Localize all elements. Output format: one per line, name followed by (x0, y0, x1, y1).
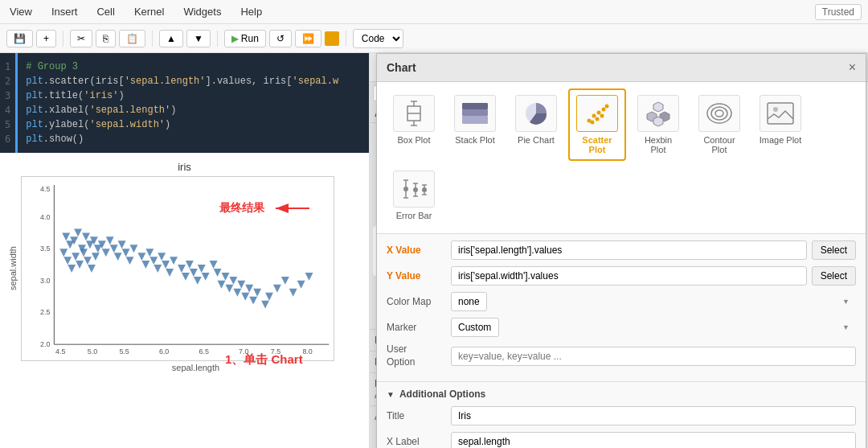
svg-marker-68 (289, 289, 297, 297)
svg-marker-69 (297, 281, 305, 289)
svg-marker-31 (114, 253, 122, 261)
menu-kernel[interactable]: Kernel (131, 6, 168, 18)
y-value-label: Y Value (387, 270, 451, 282)
svg-rect-97 (462, 103, 488, 109)
code-line-2: plt.scatter(iris['sepal.length'].values,… (26, 74, 361, 88)
svg-marker-64 (261, 301, 269, 309)
line-numbers: 1 2 3 4 5 6 (0, 53, 18, 153)
svg-marker-28 (106, 236, 114, 245)
svg-point-113 (715, 110, 723, 117)
svg-marker-65 (265, 293, 273, 301)
code-content[interactable]: # Group 3 plt.scatter(iris['sepal.length… (18, 53, 369, 153)
svg-text:4.5: 4.5 (40, 185, 50, 193)
trusted-badge: Trusted (815, 4, 862, 20)
fast-forward-button[interactable]: ⏩ (295, 30, 321, 47)
line-num-3: 3 (5, 88, 10, 103)
cut-button[interactable]: ✂ (70, 30, 92, 47)
x-value-select-button[interactable]: Select (812, 240, 856, 260)
result-annotation: 最终结果 (219, 201, 317, 216)
svg-marker-40 (154, 265, 162, 273)
toolbar-separator-2 (152, 31, 153, 47)
chart-type-image-plot[interactable]: Image Plot (751, 88, 809, 161)
error-bar-icon (393, 171, 435, 208)
chart-type-stack-plot[interactable]: Stack Plot (446, 88, 504, 161)
paste-button[interactable]: 📋 (119, 30, 145, 47)
menu-view[interactable]: View (6, 6, 35, 18)
result-text: 最终结果 (219, 201, 264, 216)
image-plot-label: Image Plot (760, 135, 802, 145)
stack-plot-label: Stack Plot (455, 135, 495, 145)
additional-options-label: Additional Options (399, 388, 485, 400)
marker-label: Marker (387, 322, 451, 333)
error-bar-label: Error Bar (396, 211, 432, 220)
y-value-select-button[interactable]: Select (812, 266, 856, 286)
user-option-input[interactable] (451, 347, 856, 366)
dialog-title: Chart (387, 61, 416, 74)
y-axis-label: sepal.width (8, 246, 18, 290)
cell-type-select[interactable]: Code (353, 29, 403, 48)
chart-type-pie-chart[interactable]: Pie Chart (507, 88, 565, 161)
svg-marker-35 (130, 245, 138, 253)
line-num-6: 6 (5, 132, 10, 146)
menu-insert[interactable]: Insert (48, 6, 81, 18)
stop-button[interactable] (325, 31, 339, 46)
svg-point-104 (602, 108, 606, 112)
chart-type-scatter-plot[interactable]: Scatter Plot (568, 88, 626, 161)
svg-text:8.0: 8.0 (302, 347, 312, 356)
svg-marker-49 (194, 277, 202, 285)
menu-help[interactable]: Help (237, 6, 265, 18)
move-up-button[interactable]: ▲ (159, 30, 183, 47)
dialog-close-button[interactable]: × (849, 60, 856, 75)
move-down-button[interactable]: ▼ (186, 30, 211, 47)
menu-cell[interactable]: Cell (93, 6, 117, 18)
code-line-5: plt.ylabel('sepal.width') (26, 117, 361, 132)
add-cell-button[interactable]: + (36, 30, 56, 47)
form-section: X Value Select Y Value Select Color Map … (377, 234, 866, 381)
svg-marker-34 (126, 257, 134, 265)
line-num-1: 1 (5, 60, 10, 74)
color-map-select[interactable]: none (451, 292, 487, 311)
additional-toggle[interactable]: ▼ Additional Options (387, 388, 856, 400)
scatter-plot-icon (576, 95, 618, 132)
chart-type-contour-plot[interactable]: Contour Plot (690, 88, 748, 161)
y-value-input[interactable] (451, 266, 807, 286)
chart-type-box-plot[interactable]: Box Plot (385, 88, 443, 161)
svg-point-105 (600, 114, 604, 118)
hexbin-plot-label: Hexbin Plot (636, 135, 681, 154)
x-label-input[interactable] (451, 432, 856, 448)
svg-marker-39 (149, 257, 158, 265)
box-plot-label: Box Plot (398, 135, 431, 145)
svg-marker-76 (84, 257, 92, 265)
copy-button[interactable]: ⎘ (96, 30, 116, 47)
plot-area: iris sepal.width 2.0 2.5 3.0 (0, 153, 369, 380)
marker-select[interactable]: Custom (451, 318, 499, 337)
user-option-label: UserOption (387, 343, 451, 368)
svg-marker-72 (68, 265, 76, 273)
arrow-svg (269, 201, 317, 216)
svg-marker-46 (182, 273, 190, 281)
svg-point-123 (413, 187, 418, 192)
svg-marker-42 (162, 261, 170, 269)
toolbar-separator-4 (346, 31, 346, 47)
step1-label: 1、单击 Chart (225, 352, 303, 368)
chart-type-hexbin-plot[interactable]: Hexbin Plot (629, 88, 687, 161)
x-value-input[interactable] (451, 240, 807, 260)
svg-marker-107 (653, 102, 663, 112)
color-map-label: Color Map (387, 296, 451, 307)
scatter-plot: 2.0 2.5 3.0 3.5 4.0 4.5 4.5 5.0 5.5 6.0 … (21, 176, 334, 361)
save-button[interactable]: 💾 (6, 30, 33, 47)
svg-marker-62 (249, 297, 257, 305)
toggle-arrow-icon: ▼ (387, 390, 395, 399)
restart-button[interactable]: ↺ (269, 30, 292, 47)
title-input[interactable] (451, 406, 856, 425)
run-button[interactable]: ▶ Run (224, 30, 266, 47)
svg-text:4.5: 4.5 (55, 347, 65, 356)
menu-widgets[interactable]: Widgets (180, 6, 224, 18)
svg-marker-45 (178, 265, 186, 273)
svg-marker-77 (88, 265, 96, 273)
scatter-plot-label: Scatter Plot (575, 135, 620, 154)
chart-type-error-bar[interactable]: Error Bar (385, 164, 443, 227)
svg-text:5.0: 5.0 (88, 347, 97, 356)
code-line-3: plt.title('iris') (26, 88, 361, 103)
svg-rect-114 (768, 103, 793, 124)
